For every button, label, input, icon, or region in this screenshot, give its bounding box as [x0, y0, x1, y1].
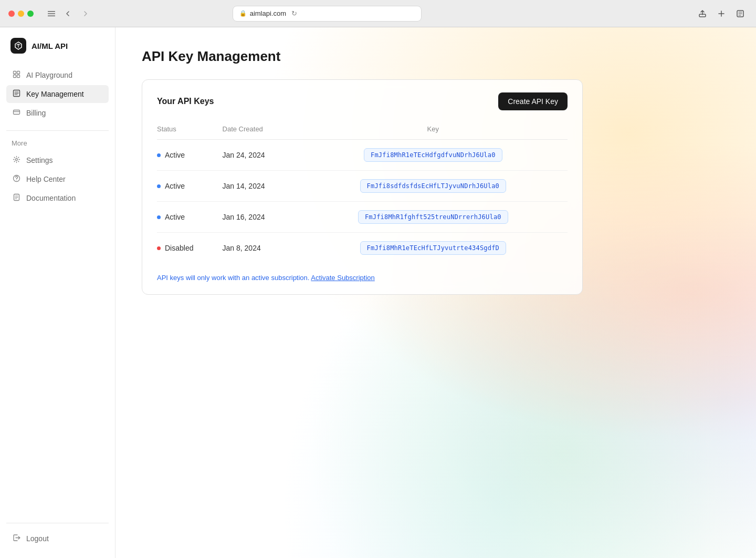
status-dot [157, 184, 161, 188]
logout-icon [12, 534, 21, 543]
status-column-header: Status [157, 121, 223, 140]
status-cell-2: Active [157, 202, 223, 233]
forward-button[interactable] [78, 6, 92, 21]
svg-rect-3 [699, 14, 706, 17]
table-row: Active Jan 24, 2024FmJfi8MhR1eTEcHdfgdfv… [157, 140, 568, 171]
api-key-badge[interactable]: FmJfi8MhR1fghft525treuNDrrerhJ6Ula0 [358, 210, 508, 224]
card-title: Your API Keys [157, 97, 214, 106]
help-center-label: Help Center [26, 175, 66, 183]
key-column-header: Key [299, 121, 568, 140]
card-footer: API keys will only work with an active s… [157, 274, 568, 282]
key-management-icon [12, 89, 21, 99]
activate-subscription-link[interactable]: Activate Subscription [311, 274, 374, 282]
new-tab-button[interactable] [714, 6, 729, 21]
status-cell-0: Active [157, 140, 223, 171]
footer-text: API keys will only work with an active s… [157, 274, 309, 282]
url-text: aimlapi.com [250, 9, 286, 17]
svg-rect-8 [17, 75, 19, 78]
svg-point-11 [15, 159, 17, 161]
svg-rect-7 [13, 75, 16, 78]
create-api-key-button[interactable]: Create API Key [498, 92, 568, 110]
playground-label: AI Playground [26, 71, 72, 79]
logout-label: Logout [26, 534, 49, 543]
sidebar-divider-2 [6, 523, 109, 523]
status-label: Disabled [165, 244, 193, 252]
date-cell-3: Jan 8, 2024 [223, 233, 299, 264]
svg-rect-2 [48, 15, 55, 16]
documentation-icon [12, 193, 21, 203]
content-wrapper: API Key Management Your API Keys Create … [116, 27, 756, 316]
sidebar-item-logout[interactable]: Logout [6, 530, 109, 547]
svg-rect-6 [17, 71, 19, 74]
key-cell-1: FmJfi8sdfdsfdsEcHfLTJyvuNDrhJ6Ula0 [299, 171, 568, 202]
status-dot [157, 215, 161, 219]
api-keys-table: Status Date Created Key Active Jan 24, 2… [157, 121, 568, 263]
settings-label: Settings [26, 156, 53, 164]
status-dot [157, 153, 161, 157]
status-label: Active [165, 151, 185, 159]
svg-rect-10 [13, 110, 19, 115]
playground-icon [12, 70, 21, 80]
status-label: Active [165, 182, 185, 190]
app-window: AI/ML API AI Playground [0, 27, 756, 558]
date-cell-2: Jan 16, 2024 [223, 202, 299, 233]
api-keys-card: Your API Keys Create API Key Status Date… [142, 79, 583, 295]
reload-icon[interactable]: ↻ [291, 9, 297, 17]
billing-icon [12, 108, 21, 118]
svg-point-13 [16, 180, 16, 180]
sidebar: AI/ML API AI Playground [0, 27, 116, 558]
sidebar-toggle-button[interactable] [44, 6, 59, 21]
api-key-badge[interactable]: FmJfi8sdfdsfdsEcHfLTJyvuNDrhJ6Ula0 [360, 179, 506, 193]
browser-chrome: 🔒 aimlapi.com ↻ [0, 0, 756, 27]
back-button[interactable] [61, 6, 76, 21]
main-content: API Key Management Your API Keys Create … [116, 27, 756, 558]
svg-rect-0 [48, 11, 55, 12]
documentation-label: Documentation [26, 194, 76, 202]
key-cell-0: FmJfi8MhR1eTEcHdfgdfvuNDrhJ6Ula0 [299, 140, 568, 171]
sidebar-item-settings[interactable]: Settings [6, 151, 109, 169]
table-row: Disabled Jan 8, 2024FmJfi8MhR1eTEcHfLTJy… [157, 233, 568, 264]
more-section-label: More [0, 139, 115, 151]
browser-controls [44, 6, 92, 21]
key-cell-2: FmJfi8MhR1fghft525treuNDrrerhJ6Ula0 [299, 202, 568, 233]
settings-icon [12, 156, 21, 165]
traffic-light-green[interactable] [27, 11, 34, 17]
traffic-light-yellow[interactable] [18, 11, 24, 17]
reading-list-button[interactable] [733, 6, 748, 21]
svg-rect-5 [13, 71, 16, 74]
lock-icon: 🔒 [239, 10, 247, 17]
billing-label: Billing [26, 109, 46, 117]
sidebar-item-playground[interactable]: AI Playground [6, 66, 109, 84]
traffic-lights [8, 11, 34, 17]
api-key-badge[interactable]: FmJfi8MhR1eTEcHdfgdfvuNDrhJ6Ula0 [364, 148, 502, 162]
help-center-icon [12, 174, 21, 184]
table-row: Active Jan 14, 2024FmJfi8sdfdsfdsEcHfLTJ… [157, 171, 568, 202]
logo-text: AI/ML API [32, 42, 68, 50]
share-button[interactable] [695, 6, 710, 21]
status-cell-1: Active [157, 171, 223, 202]
key-cell-3: FmJfi8MhR1eTEcHfLTJyvutrte434SgdfD [299, 233, 568, 264]
sidebar-item-help-center[interactable]: Help Center [6, 170, 109, 188]
table-header: Status Date Created Key [157, 121, 568, 140]
table-body: Active Jan 24, 2024FmJfi8MhR1eTEcHdfgdfv… [157, 140, 568, 264]
card-header: Your API Keys Create API Key [157, 92, 568, 110]
sidebar-item-documentation[interactable]: Documentation [6, 189, 109, 207]
sidebar-more-nav: Settings Help Center [0, 151, 115, 207]
sidebar-bottom: Logout [0, 523, 115, 547]
status-dot [157, 246, 161, 250]
key-management-label: Key Management [26, 90, 84, 98]
page-title: API Key Management [142, 48, 730, 65]
traffic-light-red[interactable] [8, 11, 15, 17]
address-bar[interactable]: 🔒 aimlapi.com ↻ [233, 6, 422, 22]
status-label: Active [165, 213, 185, 221]
table-row: Active Jan 16, 2024FmJfi8MhR1fghft525tre… [157, 202, 568, 233]
logo-icon [10, 38, 26, 54]
api-key-badge[interactable]: FmJfi8MhR1eTEcHfLTJyvutrte434SgdfD [360, 241, 506, 255]
sidebar-item-billing[interactable]: Billing [6, 104, 109, 122]
svg-rect-1 [48, 13, 55, 14]
date-column-header: Date Created [223, 121, 299, 140]
date-cell-1: Jan 14, 2024 [223, 171, 299, 202]
sidebar-item-key-management[interactable]: Key Management [6, 85, 109, 103]
status-cell-3: Disabled [157, 233, 223, 264]
sidebar-logo: AI/ML API [0, 38, 115, 66]
